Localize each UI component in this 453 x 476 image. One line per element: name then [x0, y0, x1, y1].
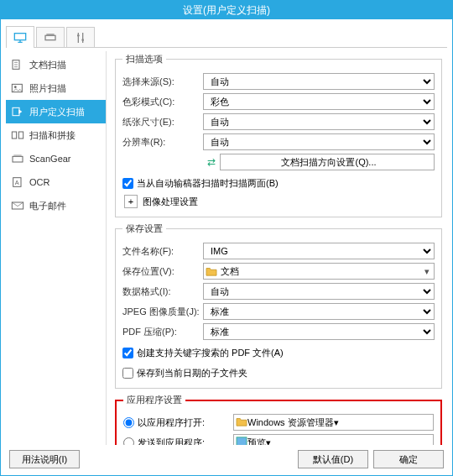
- source-select[interactable]: 自动: [203, 73, 435, 90]
- sidebar-label: 用户定义扫描: [29, 106, 85, 118]
- paper-label: 纸张尺寸(E):: [122, 116, 203, 128]
- resolution-label: 分辨率(R):: [122, 136, 203, 149]
- tab-from-scanner[interactable]: [36, 27, 65, 47]
- format-label: 数据格式(I):: [122, 285, 203, 298]
- sidebar-label: 文档扫描: [29, 59, 66, 71]
- folder-icon: [206, 265, 217, 277]
- expand-imgproc-button[interactable]: +: [124, 195, 138, 208]
- tab-tools[interactable]: [66, 27, 95, 47]
- top-tabs: [6, 24, 447, 48]
- orientation-button[interactable]: 文档扫描方向设置(Q)...: [220, 154, 435, 170]
- scan-options-group: 扫描选项 选择来源(S):自动 色彩模式(C):彩色 纸张尺寸(E):自动 分辨…: [115, 53, 442, 217]
- app-settings-legend: 应用程序设置: [123, 394, 185, 406]
- save-settings-legend: 保存设置: [122, 222, 166, 235]
- color-label: 色彩模式(C):: [122, 96, 203, 108]
- filename-select[interactable]: IMG: [203, 243, 435, 259]
- app-settings-group: 应用程序设置 以应用程序打开: Windows 资源管理器▾ 发送到应用程序: …: [115, 394, 442, 445]
- send-app-label: 发送到应用程序:: [138, 437, 230, 446]
- sidebar-item-email[interactable]: 电子邮件: [6, 194, 106, 217]
- keyword-pdf-checkbox[interactable]: [122, 348, 133, 358]
- resolution-select[interactable]: 自动: [203, 133, 435, 150]
- footer-bar: 用法说明(I) 默认值(D) 确定: [6, 445, 447, 470]
- keyword-pdf-label: 创建支持关键字搜索的 PDF 文件(A): [137, 347, 284, 359]
- svg-rect-8: [12, 132, 16, 139]
- sidebar: 文档扫描 照片扫描 用户定义扫描 扫描和拼接 ScanGear AOCR 电子邮…: [6, 51, 107, 445]
- chevron-down-icon: ▾: [420, 266, 434, 277]
- svg-point-3: [81, 39, 84, 41]
- sidebar-item-custom[interactable]: 用户定义扫描: [6, 100, 106, 123]
- duplex-label: 当从自动输稿器扫描时扫描两面(B): [137, 177, 279, 190]
- duplex-checkbox[interactable]: [122, 178, 133, 189]
- format-select[interactable]: 自动: [203, 283, 435, 300]
- svg-rect-14: [237, 437, 247, 445]
- send-app-radio[interactable]: [123, 437, 134, 446]
- subfolder-checkbox[interactable]: [122, 368, 133, 379]
- swap-icon[interactable]: ⇄: [203, 156, 220, 168]
- pdf-label: PDF 压缩(P):: [122, 326, 203, 338]
- paper-select[interactable]: 自动: [203, 113, 435, 130]
- svg-text:A: A: [15, 179, 19, 186]
- svg-rect-9: [18, 132, 23, 139]
- sidebar-item-document[interactable]: 文档扫描: [6, 53, 106, 76]
- svg-rect-0: [14, 33, 25, 39]
- open-app-label: 以应用程序打开:: [138, 416, 230, 429]
- filename-label: 文件名称(F):: [122, 245, 203, 258]
- source-label: 选择来源(S):: [122, 76, 203, 88]
- window-title: 设置(用户定义扫描): [1, 1, 452, 19]
- explorer-icon: [236, 416, 247, 428]
- sidebar-label: ScanGear: [29, 154, 71, 164]
- tab-from-computer[interactable]: [6, 26, 34, 48]
- svg-rect-1: [45, 35, 55, 39]
- color-select[interactable]: 彩色: [203, 93, 435, 110]
- jpeg-select[interactable]: 标准: [203, 303, 435, 320]
- sidebar-item-photo[interactable]: 照片扫描: [6, 76, 106, 100]
- help-button[interactable]: 用法说明(I): [9, 450, 80, 468]
- sidebar-item-scangear[interactable]: ScanGear: [6, 147, 106, 170]
- subfolder-label: 保存到当前日期的子文件夹: [137, 367, 247, 379]
- ok-button[interactable]: 确定: [373, 450, 444, 468]
- imgproc-label: 图像处理设置: [143, 196, 198, 208]
- sidebar-item-ocr[interactable]: AOCR: [6, 170, 106, 194]
- sidebar-label: 电子邮件: [29, 200, 66, 212]
- defaults-button[interactable]: 默认值(D): [298, 450, 368, 468]
- jpeg-label: JPEG 图像质量(J):: [122, 306, 203, 318]
- send-app-select[interactable]: 预览▾: [233, 434, 434, 445]
- svg-point-2: [77, 34, 80, 37]
- svg-point-6: [14, 86, 17, 88]
- scan-options-legend: 扫描选项: [122, 53, 166, 65]
- open-app-select[interactable]: Windows 资源管理器▾: [233, 414, 434, 431]
- location-select[interactable]: 文档▾: [203, 263, 435, 280]
- sidebar-item-stitch[interactable]: 扫描和拼接: [6, 123, 106, 147]
- chevron-down-icon: ▾: [334, 417, 339, 428]
- chevron-down-icon: ▾: [266, 437, 271, 446]
- sidebar-label: OCR: [29, 177, 49, 187]
- open-app-radio[interactable]: [123, 417, 134, 428]
- save-settings-group: 保存设置 文件名称(F):IMG 保存位置(V): 文档▾ 数据格式(I):自动…: [115, 222, 442, 389]
- svg-rect-7: [13, 107, 19, 115]
- sidebar-label: 照片扫描: [29, 82, 66, 95]
- settings-panel: 扫描选项 选择来源(S):自动 色彩模式(C):彩色 纸张尺寸(E):自动 分辨…: [107, 51, 447, 445]
- location-label: 保存位置(V):: [122, 265, 203, 278]
- pdf-select[interactable]: 标准: [203, 323, 435, 340]
- svg-rect-10: [13, 156, 23, 162]
- sidebar-label: 扫描和拼接: [29, 129, 76, 142]
- preview-icon: [236, 437, 247, 445]
